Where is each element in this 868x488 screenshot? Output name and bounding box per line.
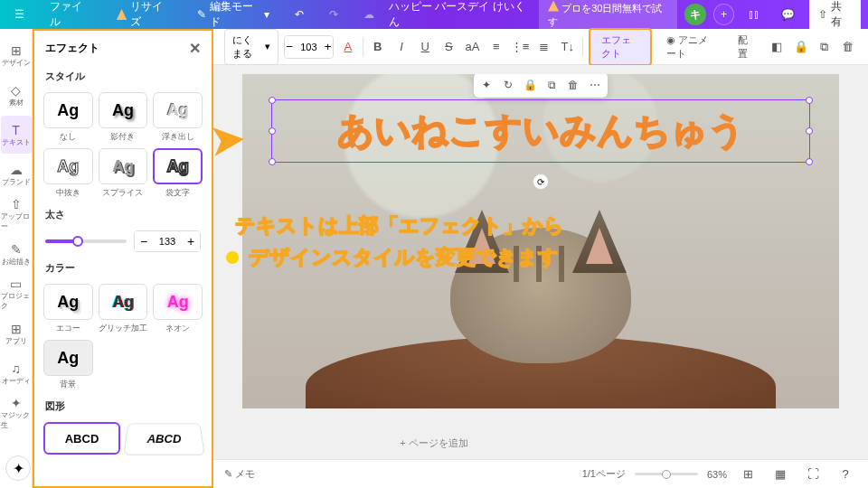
vertical-text-icon[interactable]: T↓ — [559, 35, 577, 59]
fullscreen-icon[interactable]: ⛶ — [801, 463, 825, 486]
rail-elements[interactable]: ◇素材 — [1, 76, 32, 114]
chevron-down-icon: ▾ — [265, 41, 270, 52]
text-color-icon[interactable]: A — [339, 35, 357, 59]
thickness-minus[interactable]: − — [135, 231, 153, 251]
shape-label: 図形 — [34, 396, 212, 417]
rail-brand[interactable]: ☁ブランド — [1, 155, 32, 193]
shape-flat[interactable]: ABCD — [43, 422, 120, 455]
audio-icon: ♫ — [9, 361, 24, 376]
canvas-main-text[interactable]: あいねこすいみんちゅう — [242, 106, 839, 155]
transparency-icon[interactable]: ◧ — [768, 35, 786, 59]
effects-button[interactable]: エフェクト — [589, 28, 653, 66]
left-rail: ⊞デザイン ◇素材 Tテキスト ☁ブランド ⇧アップロー ✎お絵描き ▭プロジェ… — [0, 29, 33, 488]
rotate-handle-icon[interactable]: ⟳ — [533, 174, 549, 190]
apps-icon: ⊞ — [9, 322, 24, 336]
crown-icon — [548, 1, 559, 12]
hamburger-icon[interactable]: ☰ — [7, 5, 32, 24]
more-icon[interactable]: ⋯ — [585, 75, 605, 95]
magic-icon: ✦ — [9, 396, 24, 410]
font-size-stepper[interactable]: − + — [284, 35, 334, 59]
zoom-value[interactable]: 63% — [707, 469, 727, 480]
shape-curved[interactable]: ABCD — [123, 423, 205, 455]
zoom-slider[interactable] — [635, 473, 698, 475]
rail-text[interactable]: Tテキスト — [1, 116, 32, 154]
position-button[interactable]: 配置 — [729, 30, 762, 64]
thickness-stepper[interactable]: − + — [134, 230, 201, 252]
align-icon[interactable]: ≡ — [487, 35, 505, 59]
thickness-plus[interactable]: + — [182, 231, 200, 251]
color-label: カラー — [34, 258, 212, 278]
style-none[interactable]: Agなし — [43, 92, 93, 143]
magic-edit-icon[interactable]: ✦ — [476, 75, 496, 95]
style-echo[interactable]: Agエコー — [43, 284, 93, 334]
add-page-button[interactable]: + ページを追加 — [387, 431, 480, 455]
text-toolbar: にくまる ▾ − + A B I U S aA ≡ ⋮≡ ≣ T↓ エフェクト … — [213, 29, 868, 65]
drawing-icon: ✎ — [9, 242, 24, 257]
strikethrough-icon[interactable]: S — [439, 35, 458, 59]
annotation-text-2: デザインスタイルを変更できます — [249, 244, 559, 271]
bold-icon[interactable]: B — [369, 35, 387, 59]
trash-icon[interactable]: 🗑 — [839, 35, 857, 59]
help-icon[interactable]: ? — [834, 463, 857, 486]
panel-title: エフェクト — [45, 41, 99, 56]
underline-icon[interactable]: U — [416, 35, 434, 59]
effects-panel: エフェクト ✕ スタイル Agなし Ag影付き Ag浮き出し Ag中抜き Agス… — [33, 29, 213, 488]
analytics-icon[interactable]: ⫿⫿ — [741, 5, 767, 24]
rail-upload[interactable]: ⇧アップロー — [1, 195, 32, 233]
copy-icon[interactable]: ⧉ — [816, 35, 834, 59]
undo-icon[interactable]: ↶ — [288, 5, 311, 24]
spacing-icon[interactable]: ≣ — [534, 35, 552, 59]
memo-button[interactable]: ✎ メモ — [224, 467, 255, 481]
grid-view-icon[interactable]: ⊞ — [736, 463, 760, 486]
page-indicator[interactable]: 1/1ページ — [582, 467, 626, 481]
font-size-plus[interactable]: + — [323, 36, 332, 58]
document-title[interactable]: ハッピー バースデイ けいくん — [389, 0, 532, 30]
rail-design[interactable]: ⊞デザイン — [1, 36, 32, 74]
lock-icon[interactable]: 🔒 — [520, 75, 540, 95]
style-emboss[interactable]: Ag浮き出し — [153, 92, 203, 143]
style-hollow[interactable]: Ag中抜き — [43, 148, 93, 199]
redo-icon[interactable]: ↷ — [322, 5, 345, 24]
annotation-text-1: テキストは上部「エフェクト」から — [235, 212, 564, 239]
add-member-icon[interactable]: + — [713, 4, 734, 25]
rail-audio[interactable]: ♫オーディ — [1, 354, 32, 392]
style-outline[interactable]: Ag袋文字 — [153, 148, 203, 199]
rail-apps[interactable]: ⊞アプリ — [1, 314, 32, 352]
style-shadow[interactable]: Ag影付き — [99, 92, 148, 143]
style-background[interactable]: Ag背景 — [43, 340, 93, 390]
list-icon[interactable]: ⋮≡ — [511, 35, 530, 59]
close-icon[interactable]: ✕ — [189, 40, 201, 57]
thumbnail-view-icon[interactable]: ▦ — [769, 463, 792, 486]
elements-icon: ◇ — [9, 83, 24, 98]
thickness-input[interactable] — [153, 236, 182, 247]
duplicate-icon[interactable]: ⧉ — [542, 75, 561, 95]
style-neon[interactable]: Agネオン — [153, 284, 203, 334]
app-header: ☰ ファイル リサイズ ✎ 編集モード ▾ ↶ ↷ ☁ ハッピー バースデイ け… — [0, 0, 868, 29]
magic-fab-button[interactable]: ✦ — [5, 455, 31, 481]
thickness-slider[interactable] — [45, 239, 127, 243]
rail-project[interactable]: ▭プロジェク — [1, 275, 32, 313]
italic-icon[interactable]: I — [392, 35, 410, 59]
rail-magic[interactable]: ✦マジック生 — [1, 394, 32, 432]
annotation-bullet — [226, 251, 239, 264]
style-splice[interactable]: Agスプライス — [99, 148, 148, 199]
floating-toolbar: ✦ ↻ 🔒 ⧉ 🗑 ⋯ — [474, 74, 608, 98]
rotate-icon[interactable]: ↻ — [498, 75, 518, 95]
rail-drawing[interactable]: ✎お絵描き — [1, 235, 32, 273]
lock-icon[interactable]: 🔒 — [791, 35, 809, 59]
design-canvas[interactable]: ✦ ↻ 🔒 ⧉ 🗑 ⋯ あいねこすいみんちゅう ⟳ — [242, 74, 839, 408]
trash-icon[interactable]: 🗑 — [563, 75, 583, 95]
animate-button[interactable]: ◉ アニメート — [657, 30, 723, 64]
font-size-minus[interactable]: − — [285, 36, 294, 58]
cloud-sync-icon[interactable]: ☁ — [356, 5, 382, 24]
avatar[interactable]: キ — [684, 4, 705, 25]
font-size-input[interactable] — [294, 42, 323, 52]
font-selector[interactable]: にくまる ▾ — [224, 29, 278, 65]
upload-icon: ⇧ — [9, 197, 24, 211]
text-icon: T — [9, 123, 24, 137]
style-glitch[interactable]: Agグリッチ加工 — [99, 284, 148, 334]
thickness-label: 太さ — [34, 204, 212, 225]
comment-icon[interactable]: 💬 — [774, 5, 802, 24]
case-icon[interactable]: aA — [463, 35, 481, 59]
style-section-label: スタイル — [34, 66, 212, 87]
